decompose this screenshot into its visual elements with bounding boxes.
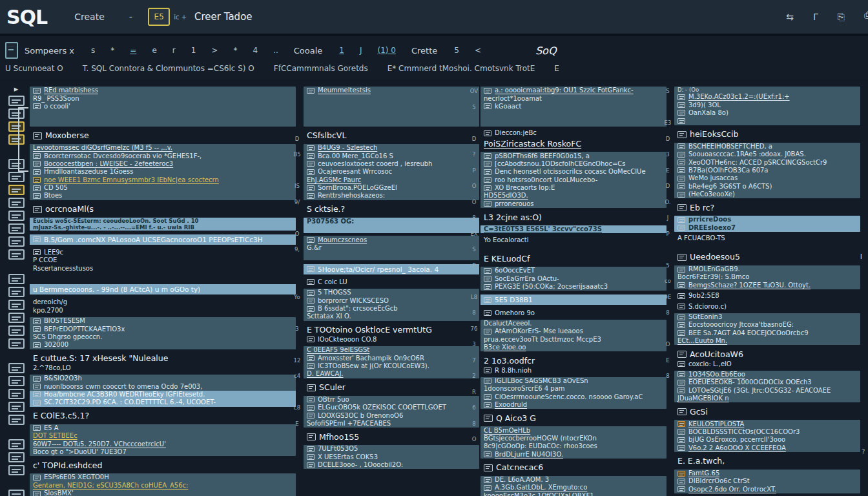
snippets-label[interactable]: Sompeers x (25, 46, 74, 56)
toolbar-glyph[interactable]: .. (273, 46, 278, 55)
list-row[interactable]: ceuvoesloxtooest cooerd , iesreubh (304, 160, 479, 168)
section-header[interactable]: Ueedoesou5 (674, 252, 860, 263)
list-row[interactable]: B3ce Xioe.oo (480, 344, 666, 351)
rail-tool-icon[interactable] (8, 439, 25, 450)
highlighted-row[interactable]: u Bermmecooons. - 99nd (8 ACtcA) u m oGO… (30, 284, 296, 294)
list-row[interactable] (304, 110, 479, 118)
rail-tool-icon[interactable] (8, 300, 25, 310)
list-row[interactable] (480, 244, 666, 252)
list-row[interactable]: P CCOE (30, 256, 296, 264)
highlighted-row[interactable]: 5Hoove;ta/Ocicr/ rpesnol_ 3acoia. 4 (304, 264, 479, 274)
list-row[interactable]: JDuaMGEBIOK n (674, 395, 860, 402)
list-row[interactable]: kGoaact (480, 103, 666, 110)
list-row[interactable]: D. EAWCAJ. (304, 370, 479, 378)
list-row[interactable] (480, 119, 666, 127)
toolbar-glyph[interactable]: * (110, 46, 114, 55)
list-row[interactable]: SocEaGrrEra OActu- (480, 275, 666, 283)
list-row[interactable]: Eocstooocricoy Jtcoxa'tbasnoEG: (674, 321, 860, 329)
section-header[interactable]: E COlE3.c5.1? (30, 411, 296, 422)
list-row[interactable]: DREEsloexo7 (674, 224, 860, 232)
list-row[interactable]: ELGucOBO5k OZEKISOC COOETTLGOET (304, 404, 479, 411)
section-header[interactable]: PoiSZiricastack RoskoFC (480, 138, 666, 149)
toolbar-menu-item[interactable]: U Scunnoeat O (5, 64, 63, 73)
list-row[interactable]: SofofiSPEml +7EACEABES (304, 420, 479, 428)
list-row[interactable] (304, 94, 479, 102)
list-row[interactable]: BemgsSchaze? 1OZEE TuO3U. Ottoyt. (674, 282, 860, 289)
clipboard-icon[interactable]: ⎙ (864, 9, 868, 21)
list-row[interactable]: REd matrbishess (30, 87, 296, 94)
section-header[interactable]: c' TOPId.eshdced (30, 460, 296, 471)
list-row[interactable]: Yo Eocaloracti (480, 236, 666, 243)
list-row[interactable]: XeoOOTHe6nc: ACCED pSRCCINCGSoctCr9 (674, 158, 860, 166)
list-row[interactable]: BGtsjecocberrooHOGW (ntocrEKOn (480, 435, 666, 442)
list-row[interactable]: R9_ PSS3Soon (30, 94, 296, 102)
list-row[interactable] (304, 103, 479, 110)
section-header[interactable]: E. E.a.twch, (674, 456, 860, 467)
table-tab-icon[interactable]: E5 (148, 8, 170, 26)
rail-tool-icon[interactable] (8, 185, 25, 195)
list-row[interactable]: coxcio: L.,elO (674, 360, 860, 367)
toolbar-glyph[interactable]: 5 (454, 46, 459, 55)
scrollbar-marker[interactable]: l (860, 253, 862, 260)
list-row[interactable] (480, 110, 666, 118)
list-row[interactable]: Soouoascccac.1RAe5 :odoax. J0BAS. (674, 150, 860, 158)
list-row[interactable]: RMOLEnGaGB9. (674, 265, 860, 273)
list-row[interactable]: Levootomssec diGOsrfGmelzc (M3 f5 -- ,..… (30, 144, 296, 152)
list-row[interactable]: CiOesrrmoouneScenc.cocco. nsoooo Garoy.a… (480, 393, 666, 401)
toolbar-menu-item[interactable]: E (554, 64, 559, 73)
export-icon[interactable]: ⎘ (838, 12, 845, 23)
list-row[interactable]: BEPrEDOPTTCKAAETIO3x (30, 325, 296, 333)
list-row[interactable]: XO Brecaorts lop:E (480, 184, 666, 192)
list-row[interactable] (674, 117, 860, 125)
list-row[interactable]: prua.eccev3ooTt Dscttmzoc MccpE3 (480, 336, 666, 344)
list-row[interactable] (30, 119, 296, 127)
list-row[interactable]: B 6ssdat": crcsoceEcGcb (304, 305, 479, 313)
toolbar-glyph[interactable]: * (233, 46, 237, 55)
list-row[interactable]: bRe4eg6 3G6ST o A6CTS) (674, 183, 860, 191)
list-row[interactable]: BEE Sa.7AGT A04 EOCEJOCOoOrcbc9 (674, 329, 860, 337)
list-row[interactable] (30, 110, 296, 118)
minimize-icon[interactable]: Γ (813, 12, 818, 22)
section-header[interactable]: Q Aico3 G (480, 413, 666, 424)
rail-tool-icon[interactable] (8, 223, 25, 234)
list-row[interactable]: Moumczscneos (304, 236, 479, 243)
toolbar-glyph[interactable]: (1) 0 (377, 46, 395, 55)
rail-tool-icon[interactable] (8, 465, 25, 475)
list-row[interactable]: Gentaren, NEID1G; eSCU35A8Ch coHUEA_A56c… (30, 482, 296, 490)
section-header[interactable]: GcSi (674, 406, 860, 417)
rail-tool-icon[interactable] (8, 363, 25, 373)
list-row[interactable]: Boco gt o ">DuoUU' 7UE3O7 (30, 448, 296, 456)
list-row[interactable]: noe WEEE1 Bzmc Emnusysmmbr3 IEbNc|ea sco… (30, 176, 296, 184)
list-row[interactable]: (HeCo3eooXe) (674, 191, 860, 198)
section-header[interactable]: Moxoberse (30, 130, 296, 141)
highlighted-row[interactable]: B.5/Gom .comcNX PALosooA UCSEGacnocoroO1… (30, 234, 296, 245)
list-row[interactable]: 5 THOGSS (304, 289, 479, 296)
section-header[interactable]: E TOOtoino OsktlocE vermtUtG (304, 325, 479, 336)
list-row[interactable]: E5 A (30, 424, 296, 432)
section-header[interactable]: L3 2cjne as:O) (480, 212, 666, 223)
section-header[interactable]: CSfslbcVL (304, 130, 479, 141)
list-row[interactable]: pSBOFThs6f6 BEEF0G0o1S, a (480, 152, 666, 160)
list-row[interactable] (674, 242, 860, 250)
list-row[interactable]: WeMo jusaccas (674, 174, 860, 182)
list-row[interactable]: 3d9)( 3OL (674, 101, 860, 108)
list-row[interactable] (304, 252, 479, 260)
rail-tool-icon[interactable] (8, 313, 25, 323)
list-row[interactable]: DIBIdrcrOo6c CtrSt (674, 477, 860, 485)
menu-create[interactable]: Create (74, 12, 105, 22)
list-row[interactable]: DE. L6oA.AOM. 3 (480, 476, 666, 484)
list-row[interactable]: mJuaz-Ss.-ghiste-u...-. - ..-...--...=EM… (30, 224, 296, 231)
list-row[interactable]: LEE9c (30, 249, 296, 256)
list-row[interactable]: prricreDoos (674, 216, 860, 223)
section-header[interactable]: ocrcnoaMl(s (30, 204, 296, 215)
list-row[interactable]: Osopc2.6do Orr. OrotrocXT. (674, 486, 860, 493)
rail-tool-icon[interactable] (8, 452, 25, 462)
list-row[interactable]: BOCBLDSSSTICCtOs(OCC16COOr3 (674, 428, 860, 436)
list-row[interactable]: A.3Gb.GatLObL. XEmguto:co (480, 484, 666, 491)
list-row[interactable]: o ccooli' (30, 103, 296, 110)
list-row[interactable]: R 8.8h.nioh (480, 366, 666, 374)
list-row[interactable]: B4UG9 - Szlestech (304, 144, 479, 152)
list-row[interactable]: Bocoocestbpen : LWEISEC - 2efeeteroc3 (30, 160, 296, 168)
rail-tool-icon[interactable] (8, 389, 25, 399)
list-row[interactable]: EOEUESEOKB- 1000OGDOCix OOEch3 (674, 378, 860, 386)
